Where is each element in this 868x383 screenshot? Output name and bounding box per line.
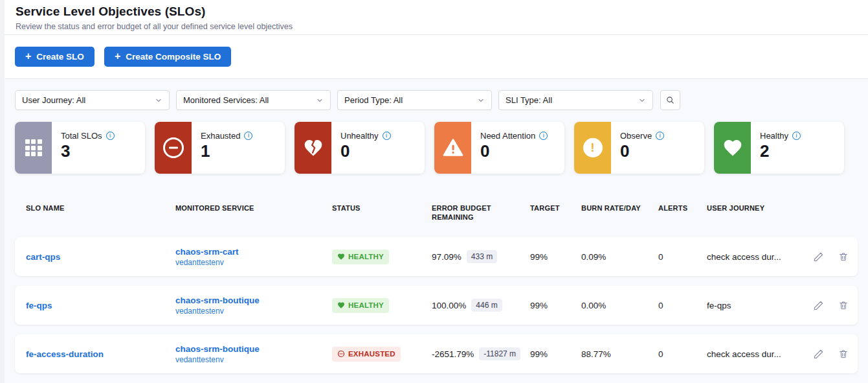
filter-bar: User Journey: All Monitored Services: Al… xyxy=(15,90,858,110)
burn-rate-value: 0.00% xyxy=(581,301,658,310)
col-user-journey: USER JOURNEY xyxy=(707,203,810,213)
create-composite-slo-label: Create Composite SLO xyxy=(126,52,221,62)
alerts-count: 0 xyxy=(658,252,707,262)
table-row[interactable]: cart-qps chaos-srm-cart vedanttestenv HE… xyxy=(15,237,858,276)
info-icon[interactable] xyxy=(539,132,548,140)
plus-icon xyxy=(25,51,31,62)
trash-icon xyxy=(838,251,849,262)
monitored-service-link[interactable]: chaos-srm-boutique xyxy=(175,344,332,354)
minus-circle-icon xyxy=(337,350,345,358)
target-value: 99% xyxy=(530,349,581,359)
status-badge: HEALTHY xyxy=(332,250,389,264)
stat-label: Exhausted xyxy=(201,131,240,141)
status-badge: HEALTHY xyxy=(332,298,389,313)
col-error-budget-remaining: ERROR BUDGET REMAINING xyxy=(432,203,530,222)
col-alerts: ALERTS xyxy=(658,203,707,213)
info-icon[interactable] xyxy=(656,132,664,140)
stat-value: 0 xyxy=(620,141,664,161)
slo-name-link[interactable]: fe-access-duration xyxy=(26,349,175,359)
search-button[interactable] xyxy=(660,90,680,110)
error-budget-minutes: -11827 m xyxy=(479,347,520,360)
col-status: STATUS xyxy=(332,203,432,213)
period-type-filter[interactable]: Period Type: All xyxy=(337,90,492,110)
info-icon[interactable] xyxy=(106,132,115,140)
stat-label: Healthy xyxy=(760,131,788,141)
stat-card-healthy[interactable]: Healthy 2 xyxy=(714,122,844,174)
stat-card-unhealthy[interactable]: Unhealthy 0 xyxy=(295,122,425,174)
environment-link[interactable]: vedanttestenv xyxy=(175,355,332,364)
environment-link[interactable]: vedanttestenv xyxy=(175,307,332,316)
col-slo-name: SLO NAME xyxy=(26,203,175,213)
page-subtitle: Review the status and error budget of al… xyxy=(16,22,868,31)
status-label: HEALTHY xyxy=(348,253,384,261)
user-journey-filter[interactable]: User Journey: All xyxy=(15,90,170,110)
environment-link[interactable]: vedanttestenv xyxy=(175,258,332,267)
chevron-down-icon xyxy=(316,97,324,104)
status-label: EXHAUSTED xyxy=(348,350,395,358)
page-left-gutter xyxy=(0,0,5,383)
page-title: Service Level Objectives (SLOs) xyxy=(16,5,868,19)
col-monitored-service: MONITORED SERVICE xyxy=(175,203,332,213)
monitored-service-link[interactable]: chaos-srm-cart xyxy=(175,247,332,257)
col-target: TARGET xyxy=(530,203,581,213)
edit-button[interactable] xyxy=(813,251,824,262)
create-slo-button[interactable]: Create SLO xyxy=(15,47,95,67)
slo-dashboard: Service Level Objectives (SLOs) Review t… xyxy=(0,0,868,383)
exclamation-circle-icon xyxy=(574,122,611,174)
delete-button[interactable] xyxy=(838,300,849,310)
pencil-icon xyxy=(813,251,824,262)
pencil-icon xyxy=(813,300,824,311)
period-type-filter-label: Period Type: All xyxy=(344,95,403,105)
trash-icon xyxy=(838,349,849,359)
slo-name-link[interactable]: cart-qps xyxy=(26,252,175,262)
status-badge: EXHAUSTED xyxy=(332,347,401,362)
error-budget-pct: 100.00% xyxy=(432,301,466,310)
stat-value: 3 xyxy=(61,141,115,161)
monitored-service-link[interactable]: chaos-srm-boutique xyxy=(175,296,332,305)
monitored-services-filter[interactable]: Monitored Services: All xyxy=(176,90,331,110)
info-icon[interactable] xyxy=(383,132,391,140)
page-header: Service Level Objectives (SLOs) Review t… xyxy=(5,0,868,35)
broken-heart-icon xyxy=(295,122,331,174)
error-budget-minutes: 433 m xyxy=(467,250,497,263)
chevron-down-icon xyxy=(638,97,646,104)
chevron-down-icon xyxy=(477,97,485,104)
stat-label: Unhealthy xyxy=(340,131,379,141)
create-composite-slo-button[interactable]: Create Composite SLO xyxy=(104,47,231,67)
trash-icon xyxy=(838,300,849,310)
stat-card-total-slos[interactable]: Total SLOs 3 xyxy=(15,122,145,174)
plus-icon xyxy=(115,51,120,62)
chevron-down-icon xyxy=(155,97,162,104)
stat-cards: Total SLOs 3 Exhausted xyxy=(15,122,858,174)
col-burn-rate: BURN RATE/DAY xyxy=(581,203,658,213)
table-row[interactable]: fe-access-duration chaos-srm-boutique ve… xyxy=(15,334,858,373)
edit-button[interactable] xyxy=(813,349,824,360)
table-row[interactable]: fe-qps chaos-srm-boutique vedanttestenv … xyxy=(15,286,858,325)
search-icon xyxy=(665,95,675,105)
sli-type-filter[interactable]: SLI Type: All xyxy=(498,90,653,110)
user-journey-filter-label: User Journey: All xyxy=(22,95,85,105)
alerts-count: 0 xyxy=(658,301,707,310)
info-icon[interactable] xyxy=(244,132,252,140)
user-journey-value: check access dur... xyxy=(707,349,810,359)
delete-button[interactable] xyxy=(838,349,849,359)
delete-button[interactable] xyxy=(838,251,849,262)
stat-card-observe[interactable]: Observe 0 xyxy=(574,122,704,174)
edit-button[interactable] xyxy=(813,300,824,311)
stat-value: 0 xyxy=(480,141,548,161)
error-budget-pct: -2651.79% xyxy=(432,349,474,359)
target-value: 99% xyxy=(530,252,581,262)
table-header: SLO NAME MONITORED SERVICE STATUS ERROR … xyxy=(15,203,858,222)
stat-card-exhausted[interactable]: Exhausted 1 xyxy=(155,122,285,174)
error-budget-minutes: 446 m xyxy=(471,299,502,312)
pencil-icon xyxy=(813,349,824,360)
burn-rate-value: 0.09% xyxy=(581,252,658,262)
status-label: HEALTHY xyxy=(348,301,384,309)
slo-name-link[interactable]: fe-qps xyxy=(26,301,175,310)
stat-label: Observe xyxy=(620,131,652,141)
info-icon[interactable] xyxy=(792,132,801,140)
minus-circle-icon xyxy=(155,122,192,174)
warning-triangle-icon xyxy=(434,122,471,174)
heart-icon xyxy=(337,301,345,309)
stat-card-need-attention[interactable]: Need Attention 0 xyxy=(434,122,564,174)
